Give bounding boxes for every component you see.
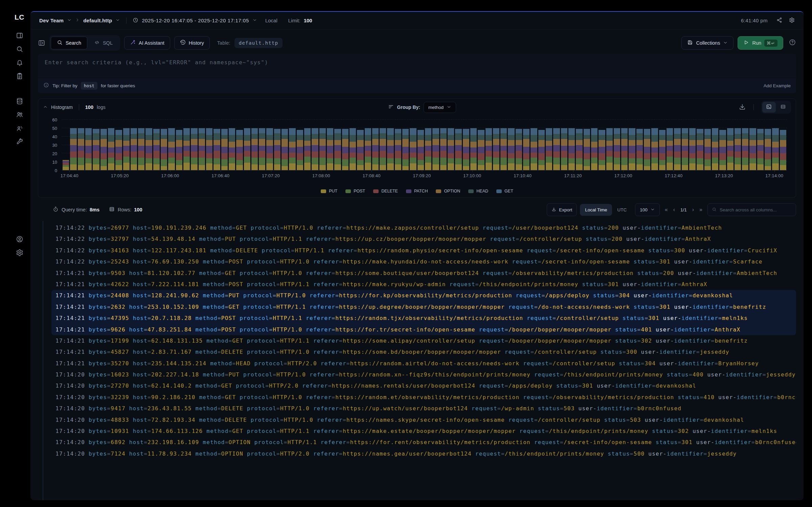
histogram-bar[interactable]: [100, 120, 107, 170]
histogram-bar[interactable]: [757, 120, 764, 170]
log-row[interactable]: 17:14:20 bytes=6892 host=232.198.16.109 …: [51, 437, 796, 448]
histogram-bar[interactable]: [735, 120, 741, 170]
log-row[interactable]: 17:14:20 bytes=32239 host=90.2.186.210 m…: [51, 392, 796, 403]
chevron-down-icon[interactable]: [115, 18, 120, 23]
tab-search[interactable]: Search: [51, 37, 87, 49]
histogram-bar[interactable]: [772, 120, 779, 170]
sidebar-item-search[interactable]: [13, 43, 26, 56]
histogram-bar[interactable]: [85, 120, 92, 170]
histogram-bar[interactable]: [742, 120, 748, 170]
log-row[interactable]: 17:14:21 bytes=17199 host=62.148.131.135…: [51, 335, 796, 346]
histogram-bar[interactable]: [432, 120, 439, 170]
histogram-bar[interactable]: [636, 120, 643, 170]
histogram-bar[interactable]: [123, 120, 130, 170]
log-row[interactable]: 17:14:20 bytes=10931 host=174.66.113.126…: [51, 425, 796, 437]
histogram-bar[interactable]: [674, 120, 680, 170]
histogram-bar[interactable]: [236, 120, 243, 170]
log-row[interactable]: 17:14:21 bytes=42622 host=7.222.114.181 …: [51, 279, 796, 290]
legend-item-get[interactable]: GET: [496, 189, 513, 193]
histogram-bar[interactable]: [168, 120, 175, 170]
histogram-bar[interactable]: [199, 120, 205, 170]
histogram-bar[interactable]: [418, 120, 424, 170]
histogram-bar[interactable]: [161, 120, 167, 170]
sidebar-item-admin-tools[interactable]: [13, 136, 26, 149]
log-row[interactable]: 17:14:21 bytes=47395 host=20.7.118.28 me…: [51, 313, 796, 324]
histogram-bar[interactable]: [455, 120, 461, 170]
histogram-bar[interactable]: [206, 120, 212, 170]
legend-item-delete[interactable]: DELETE: [373, 189, 398, 193]
sidebar-item-panels[interactable]: [13, 29, 26, 43]
histogram-bar[interactable]: [538, 120, 545, 170]
gear-icon[interactable]: [789, 17, 795, 24]
histogram-bar[interactable]: [115, 120, 122, 170]
log-row[interactable]: 17:14:21 bytes=45827 host=2.83.71.167 me…: [51, 346, 796, 358]
log-row[interactable]: 17:14:21 bytes=9626 host=47.83.251.84 me…: [51, 324, 796, 335]
team-selector[interactable]: Dev Team: [39, 18, 64, 23]
histogram-bar[interactable]: [221, 120, 228, 170]
histogram-bar[interactable]: [568, 120, 575, 170]
sidebar-item-teams[interactable]: [13, 109, 26, 122]
chevron-up-icon[interactable]: [43, 105, 48, 110]
ai-assistant-button[interactable]: AI Assistant: [124, 36, 170, 50]
histogram-bar[interactable]: [334, 120, 341, 170]
histogram-bar[interactable]: [704, 120, 711, 170]
help-icon[interactable]: [789, 39, 796, 47]
histogram-bar[interactable]: [395, 120, 401, 170]
histogram-bar[interactable]: [712, 120, 718, 170]
histogram-bar[interactable]: [780, 120, 786, 170]
histogram-bar[interactable]: [145, 120, 152, 170]
legend-item-head[interactable]: HEAD: [468, 189, 488, 193]
histogram-bar[interactable]: [410, 120, 416, 170]
legend-item-post[interactable]: POST: [345, 189, 365, 193]
histogram-bar[interactable]: [357, 120, 363, 170]
histogram-bar[interactable]: [486, 120, 492, 170]
page-size-select[interactable]: 100: [635, 203, 660, 216]
time-range-picker[interactable]: 2025-12-20 16:47:05 - 2025-12-20 17:17:0…: [142, 18, 249, 23]
histogram-bar[interactable]: [70, 120, 76, 170]
sidebar-item-account[interactable]: [13, 233, 26, 247]
download-icon[interactable]: [739, 103, 746, 112]
log-row[interactable]: 17:14:20 bytes=16023 host=202.227.14.18 …: [51, 369, 796, 380]
histogram-bar[interactable]: [108, 120, 114, 170]
log-row[interactable]: 17:14:20 bytes=7124 host=11.78.93.234 me…: [51, 448, 796, 459]
log-row[interactable]: 17:14:20 bytes=9417 host=236.43.81.55 me…: [51, 403, 796, 414]
histogram-bar[interactable]: [312, 120, 318, 170]
histogram-bar[interactable]: [387, 120, 393, 170]
histogram-bar[interactable]: [78, 120, 84, 170]
histogram-bar[interactable]: [274, 120, 280, 170]
histogram-bar[interactable]: [380, 120, 386, 170]
legend-item-patch[interactable]: PATCH: [406, 189, 428, 193]
chevron-down-icon[interactable]: [252, 18, 257, 23]
source-selector[interactable]: default.http: [83, 18, 112, 23]
run-button[interactable]: Run⌘↵: [738, 36, 783, 50]
share-icon[interactable]: [776, 17, 782, 24]
legend-item-put[interactable]: PUT: [321, 189, 337, 193]
histogram-bar[interactable]: [213, 120, 220, 170]
local-time-toggle[interactable]: Local Time: [580, 204, 612, 216]
column-search-input[interactable]: [720, 207, 792, 212]
limit-value[interactable]: 100: [304, 18, 312, 23]
histogram-bar[interactable]: [440, 120, 447, 170]
log-row[interactable]: 17:14:22 bytes=26977 host=190.191.239.24…: [51, 222, 796, 233]
histogram-bar[interactable]: [546, 120, 552, 170]
histogram-bar[interactable]: [372, 120, 379, 170]
histogram-bar[interactable]: [327, 120, 333, 170]
table-view-toggle[interactable]: [776, 102, 790, 113]
histogram-bar[interactable]: [500, 120, 507, 170]
sidebar-item-sources[interactable]: [13, 95, 26, 109]
log-row[interactable]: 17:14:21 bytes=9503 host=81.120.102.77 m…: [51, 268, 796, 279]
histogram-bar[interactable]: [584, 120, 590, 170]
histogram-bar[interactable]: [448, 120, 454, 170]
histogram-bar[interactable]: [425, 120, 431, 170]
histogram-bar[interactable]: [719, 120, 726, 170]
histogram-bar[interactable]: [561, 120, 567, 170]
log-row[interactable]: 17:14:22 bytes=25243 host=76.69.130.250 …: [51, 256, 796, 267]
histogram-bar[interactable]: [244, 120, 250, 170]
last-page-button[interactable]: »: [699, 207, 702, 213]
histogram-bar[interactable]: [191, 120, 197, 170]
histogram-bar[interactable]: [463, 120, 469, 170]
export-button[interactable]: Export: [547, 203, 577, 216]
histogram-bar[interactable]: [63, 120, 69, 170]
histogram-bar[interactable]: [682, 120, 688, 170]
histogram-bar[interactable]: [621, 120, 628, 170]
